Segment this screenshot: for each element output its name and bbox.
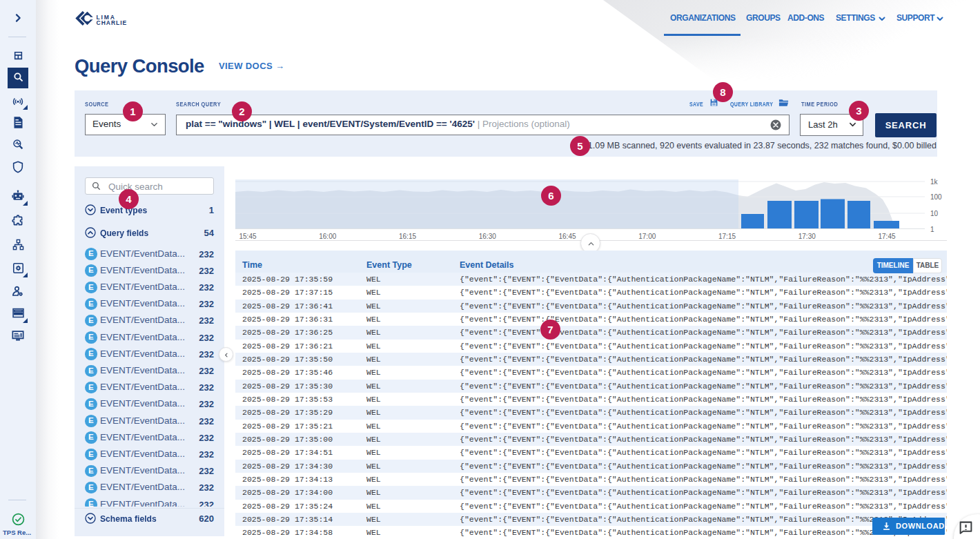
svg-text:100: 100 — [930, 193, 942, 201]
svg-text:1k: 1k — [930, 178, 939, 186]
svg-text:10: 10 — [930, 210, 939, 217]
svg-text:16:45: 16:45 — [558, 233, 576, 240]
svg-text:17:15: 17:15 — [718, 233, 736, 240]
svg-text:1: 1 — [930, 226, 934, 233]
svg-text:17:30: 17:30 — [798, 233, 816, 240]
svg-text:16:30: 16:30 — [479, 233, 496, 240]
svg-text:15:45: 15:45 — [239, 233, 256, 240]
svg-text:17:00: 17:00 — [638, 233, 656, 240]
svg-text:17:45: 17:45 — [878, 233, 895, 240]
svg-text:16:00: 16:00 — [319, 233, 336, 240]
svg-text:16:15: 16:15 — [399, 233, 416, 240]
svg-text:CHARLIE: CHARLIE — [97, 19, 128, 26]
